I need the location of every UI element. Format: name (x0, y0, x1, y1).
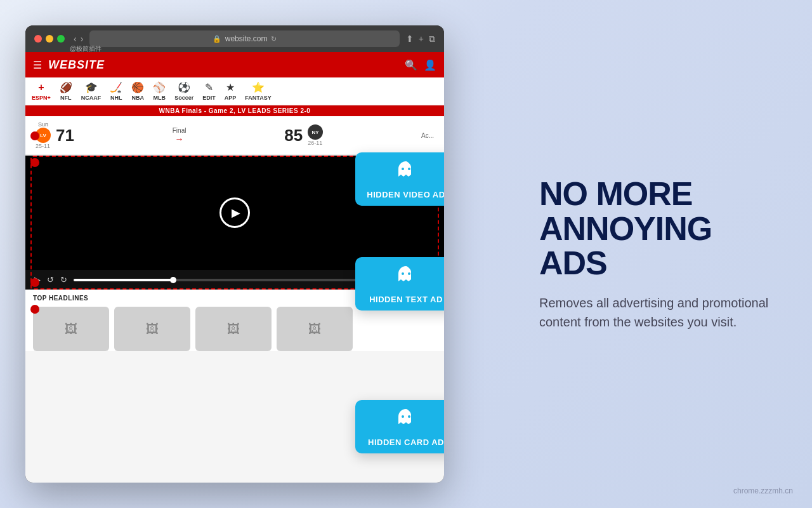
team2-info: 85 NY 26-11 (284, 124, 323, 146)
site-header: ☰ WEBSITE 🔍 👤 (25, 52, 444, 77)
team1-day: Sun (36, 121, 51, 128)
nav-ncaaf[interactable]: 🎓 NCAAF (81, 81, 102, 101)
close-button[interactable] (34, 35, 42, 43)
fastforward-icon[interactable]: ↻ (60, 275, 67, 284)
score-dot (30, 131, 39, 140)
video-dot-bottom (30, 278, 39, 287)
back-button[interactable]: ‹ (74, 34, 77, 44)
arrow-icon: → (173, 134, 187, 144)
nav-soccer[interactable]: ⚽ Soccer (174, 81, 193, 101)
score-card: Sun LV 25-11 71 Final → 85 NY (25, 116, 444, 156)
nav-mlb[interactable]: ⚾ MLB (153, 81, 166, 101)
tabs-icon[interactable]: ⧉ (429, 34, 435, 44)
share-icon[interactable]: ⬆ (406, 34, 414, 44)
lock-icon: 🔒 (213, 35, 221, 43)
nav-nfl[interactable]: 🏈 NFL (60, 81, 72, 101)
nav-buttons: ‹ › (74, 34, 83, 44)
svg-point-3 (408, 272, 410, 275)
card-row: 🖼 🖼 🖼 🖼 (33, 307, 436, 351)
new-tab-icon[interactable]: + (419, 34, 424, 44)
team2-score: 85 (284, 126, 303, 145)
score-section: Sun LV 25-11 71 Final → 85 NY (25, 116, 444, 156)
main-headline: NO MOREANNOYING ADS (539, 177, 774, 281)
url-text: website.com (225, 34, 268, 43)
subtext: Removes all advertising and promotional … (539, 293, 774, 331)
hidden-text-ad-badge: HIDDEN TEXT AD (355, 257, 444, 311)
card-4: 🖼 (277, 307, 353, 351)
minimize-button[interactable] (46, 35, 53, 43)
header-right: 🔍 👤 (405, 59, 436, 71)
site-logo: WEBSITE (48, 58, 105, 72)
watermark: chrome.zzzmh.cn (733, 486, 793, 495)
hamburger-icon[interactable]: ☰ (33, 59, 42, 71)
ghost-icon-card (395, 406, 417, 434)
card-2: 🖼 (114, 307, 190, 351)
play-button[interactable]: ▶ (219, 197, 250, 228)
video-dot (30, 158, 39, 167)
card-1: 🖼 (33, 307, 109, 351)
browser-actions: ⬆ + ⧉ (406, 34, 435, 44)
team1-record: 25-11 (36, 143, 51, 149)
browser-mockup: @极简插件 ‹ › 🔒 website.com ↻ ⬆ + ⧉ (25, 25, 444, 483)
main-container: @极简插件 ‹ › 🔒 website.com ↻ ⬆ + ⧉ (0, 0, 812, 508)
more-scores: Ac... (421, 132, 434, 139)
hidden-card-ad-label: HIDDEN CARD AD (368, 438, 444, 447)
traffic-lights (34, 35, 65, 43)
svg-point-1 (408, 168, 410, 170)
nav-app[interactable]: ★ APP (225, 81, 237, 101)
hidden-video-ad-badge: HIDDEN VIDEO AD (355, 152, 444, 206)
team1-score: 71 (56, 126, 74, 145)
site-nav: + ESPN+ 🏈 NFL 🎓 NCAAF 🏒 NHL 🏀 NBA (25, 77, 444, 105)
refresh-icon: ↻ (271, 35, 277, 43)
progress-thumb (170, 277, 176, 283)
svg-point-0 (402, 168, 404, 170)
game-status: Final (173, 127, 187, 134)
game-info: Final → (173, 127, 187, 144)
user-icon[interactable]: 👤 (424, 59, 436, 71)
svg-point-2 (402, 272, 404, 275)
address-bar[interactable]: 🔒 website.com ↻ (89, 30, 399, 47)
team1-info: Sun LV 25-11 71 (36, 121, 74, 149)
score-bar: WNBA Finals - Game 2, LV LEADS SERIES 2-… (25, 105, 444, 116)
nav-fantasy[interactable]: ⭐ FANTASY (245, 81, 271, 101)
text-section: NO MOREANNOYING ADS Removes all advertis… (508, 177, 774, 331)
nav-nhl[interactable]: 🏒 NHL (110, 81, 122, 101)
team2-logo: NY (308, 124, 323, 140)
hidden-card-ad-badge: HIDDEN CARD AD (355, 400, 444, 453)
ghost-icon-video (395, 159, 417, 186)
headlines-dot (30, 305, 39, 314)
nav-edit[interactable]: ✎ EDIT (202, 81, 216, 101)
nav-espn-plus[interactable]: + ESPN+ (32, 82, 51, 101)
maximize-button[interactable] (57, 35, 65, 43)
svg-point-5 (408, 415, 410, 418)
team2-record: 26-11 (308, 140, 323, 146)
svg-point-4 (402, 415, 404, 418)
nav-nba[interactable]: 🏀 NBA (131, 81, 144, 101)
rewind-icon[interactable]: ↺ (47, 275, 54, 284)
card-3: 🖼 (195, 307, 272, 351)
progress-fill (74, 279, 173, 281)
search-icon[interactable]: 🔍 (405, 59, 417, 71)
ghost-icon-text (395, 264, 417, 291)
forward-button[interactable]: › (81, 34, 84, 44)
hidden-text-ad-label: HIDDEN TEXT AD (369, 295, 443, 304)
hidden-video-ad-label: HIDDEN VIDEO AD (367, 190, 444, 199)
